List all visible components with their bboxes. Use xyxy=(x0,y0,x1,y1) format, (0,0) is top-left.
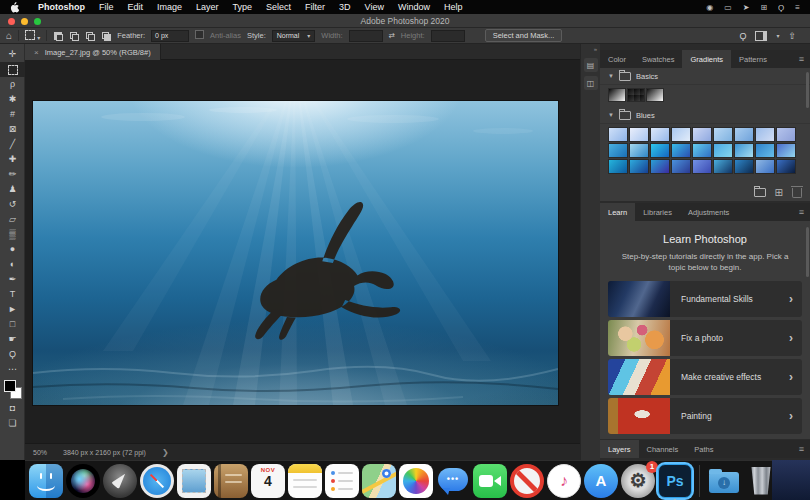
swap-dimensions-icon[interactable]: ⇄ xyxy=(389,31,395,40)
tab-learn[interactable]: Learn xyxy=(600,203,635,221)
blur-tool[interactable]: ● xyxy=(0,242,25,257)
tool-preset-marquee-icon[interactable]: ▾ xyxy=(25,30,40,42)
quick-selection-tool[interactable]: ✱ xyxy=(0,92,25,107)
dock-messages-icon[interactable]: ••• xyxy=(436,464,470,498)
menu-help[interactable]: Help xyxy=(437,2,470,12)
learn-scrollbar[interactable] xyxy=(806,227,809,277)
style-select[interactable]: Normal▾ xyxy=(272,30,316,42)
gradient-swatch[interactable] xyxy=(629,143,649,158)
gradient-swatch[interactable] xyxy=(713,127,733,142)
intersect-selection-icon[interactable] xyxy=(101,31,111,41)
menu-view[interactable]: View xyxy=(358,2,391,12)
frame-tool[interactable]: ⊠ xyxy=(0,122,25,137)
gradient-swatch[interactable] xyxy=(646,88,664,102)
width-input[interactable] xyxy=(349,30,383,42)
zoom-level[interactable]: 50% xyxy=(33,449,47,456)
apple-menu-icon[interactable] xyxy=(10,2,19,13)
gradient-swatch[interactable] xyxy=(608,143,628,158)
menu-filter[interactable]: Filter xyxy=(298,2,332,12)
location-arrow-icon[interactable]: ➤ xyxy=(743,3,750,12)
new-selection-icon[interactable] xyxy=(53,31,63,41)
height-input[interactable] xyxy=(431,30,465,42)
dock-downloads-icon[interactable]: ↓ xyxy=(707,464,741,498)
dock-music-icon[interactable]: ♪ xyxy=(547,464,581,498)
document-tab[interactable]: × Image_27.jpg @ 50% (RGB/8#) xyxy=(25,44,161,60)
quick-mask-icon[interactable]: ◘ xyxy=(0,401,25,416)
dock-app-store-icon[interactable]: A xyxy=(584,464,618,498)
chevron-down-icon[interactable]: ▾ xyxy=(776,32,779,39)
panel-menu-icon[interactable]: ≡ xyxy=(799,54,804,64)
gradient-swatch[interactable] xyxy=(608,159,628,174)
tab-patterns[interactable]: Patterns xyxy=(731,50,775,68)
gradient-swatch[interactable] xyxy=(755,143,775,158)
search-icon[interactable]: Ϙ xyxy=(739,31,746,41)
gradient-swatch[interactable] xyxy=(692,159,712,174)
eyedropper-tool[interactable]: ╱ xyxy=(0,137,25,152)
menu-file[interactable]: File xyxy=(92,2,121,12)
menu-edit[interactable]: Edit xyxy=(121,2,151,12)
dock-safari-icon[interactable] xyxy=(140,464,174,498)
spotlight-search-icon[interactable]: Ϙ xyxy=(778,3,784,12)
panel-menu-icon[interactable]: ≡ xyxy=(799,207,804,217)
gradient-swatch[interactable] xyxy=(671,143,691,158)
menu-select[interactable]: Select xyxy=(259,2,298,12)
gradient-swatch[interactable] xyxy=(776,127,796,142)
color-swatches[interactable] xyxy=(0,379,25,401)
gradient-swatch[interactable] xyxy=(776,159,796,174)
learn-card-fundamental-skills[interactable]: Fundamental Skills› xyxy=(608,281,802,317)
path-selection-tool[interactable]: ► xyxy=(0,302,25,317)
control-center-icon[interactable]: ≡ xyxy=(795,3,800,12)
move-tool[interactable]: ✛ xyxy=(0,47,25,62)
displays-icon[interactable]: ⊞ xyxy=(760,3,767,12)
gradient-swatch[interactable] xyxy=(713,143,733,158)
learn-card-make-creative-effects[interactable]: Make creative effects› xyxy=(608,359,802,395)
zoom-tool[interactable]: Ϙ xyxy=(0,347,25,362)
menu-image[interactable]: Image xyxy=(150,2,189,12)
status-chevron-icon[interactable]: ❯ xyxy=(162,448,169,457)
dock-system-preferences-icon[interactable]: ⚙1 xyxy=(621,464,655,498)
gradient-swatch[interactable] xyxy=(671,127,691,142)
new-gradient-icon[interactable]: ⊞ xyxy=(775,187,783,198)
gradients-scrollbar[interactable] xyxy=(806,72,809,108)
dock-notes-icon[interactable] xyxy=(288,464,322,498)
type-tool[interactable]: T xyxy=(0,287,25,302)
gradient-group-blues[interactable]: ▼Blues xyxy=(600,107,810,124)
canvas-pasteboard[interactable] xyxy=(25,60,580,443)
tab-channels[interactable]: Channels xyxy=(639,440,687,458)
feather-input[interactable]: 0 px xyxy=(151,30,189,42)
brush-tool[interactable]: ✏ xyxy=(0,167,25,182)
dock-facetime-icon[interactable] xyxy=(473,464,507,498)
gradient-swatch[interactable] xyxy=(608,88,626,102)
hand-tool[interactable]: ☛ xyxy=(0,332,25,347)
dock-launchpad-icon[interactable] xyxy=(103,464,137,498)
workspace-icon[interactable] xyxy=(755,31,767,41)
marquee-tool[interactable] xyxy=(0,62,25,77)
shape-tool[interactable]: □ xyxy=(0,317,25,332)
close-tab-icon[interactable]: × xyxy=(34,48,39,57)
dock-maps-icon[interactable] xyxy=(362,464,396,498)
gradient-swatch[interactable] xyxy=(629,127,649,142)
gradient-swatch[interactable] xyxy=(734,159,754,174)
add-selection-icon[interactable] xyxy=(69,31,79,41)
dock-mail-icon[interactable] xyxy=(177,464,211,498)
dock-reminders-icon[interactable] xyxy=(325,464,359,498)
dock-photoshop-icon[interactable]: Ps xyxy=(658,464,692,498)
canvas-image[interactable] xyxy=(33,101,558,405)
dock-blocked-icon[interactable] xyxy=(510,464,544,498)
gradient-swatch[interactable] xyxy=(627,88,645,102)
expand-panels-icon[interactable]: » xyxy=(581,44,600,54)
select-and-mask-button[interactable]: Select and Mask... xyxy=(485,29,563,42)
menu-layer[interactable]: Layer xyxy=(189,2,226,12)
clone-stamp-tool[interactable]: ♟ xyxy=(0,182,25,197)
dock-finder-icon[interactable] xyxy=(29,464,63,498)
healing-brush-tool[interactable]: ✚ xyxy=(0,152,25,167)
gradient-swatch[interactable] xyxy=(734,127,754,142)
gradient-tool[interactable]: ▒ xyxy=(0,227,25,242)
history-brush-tool[interactable]: ↺ xyxy=(0,197,25,212)
gradient-swatch[interactable] xyxy=(755,159,775,174)
gradient-swatch[interactable] xyxy=(671,159,691,174)
dodge-tool[interactable]: ◐ xyxy=(0,257,25,272)
dock-photos-icon[interactable] xyxy=(399,464,433,498)
dock-siri-icon[interactable] xyxy=(66,464,100,498)
gradient-swatch[interactable] xyxy=(713,159,733,174)
